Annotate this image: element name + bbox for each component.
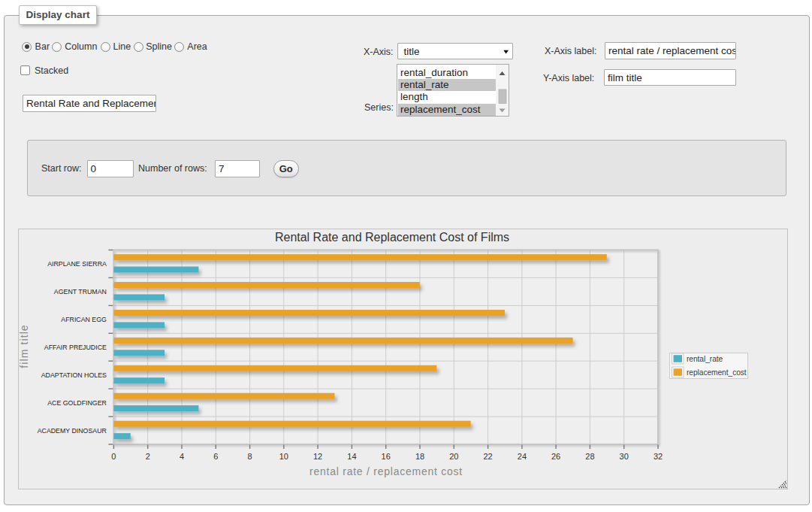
svg-text:AFRICAN EGG: AFRICAN EGG xyxy=(61,316,107,323)
svg-text:12: 12 xyxy=(313,452,322,461)
svg-text:6: 6 xyxy=(213,452,218,461)
svg-text:0: 0 xyxy=(111,452,116,461)
svg-text:replacement_cost: replacement_cost xyxy=(687,368,747,377)
svg-text:16: 16 xyxy=(382,452,391,461)
svg-text:10: 10 xyxy=(279,452,288,461)
svg-text:film title: film title xyxy=(19,324,30,368)
svg-text:ACE GOLDFINGER: ACE GOLDFINGER xyxy=(47,399,107,407)
svg-text:AGENT TRUMAN: AGENT TRUMAN xyxy=(54,288,107,295)
svg-text:8: 8 xyxy=(248,452,252,461)
svg-text:14: 14 xyxy=(347,452,356,461)
svg-text:Rental Rate and Replacement Co: Rental Rate and Replacement Cost of Film… xyxy=(275,231,509,244)
svg-text:18: 18 xyxy=(415,452,424,461)
svg-text:22: 22 xyxy=(483,452,492,461)
svg-text:20: 20 xyxy=(449,452,458,461)
svg-text:rental rate / replacement cost: rental rate / replacement cost xyxy=(309,465,463,477)
svg-text:4: 4 xyxy=(180,452,184,461)
svg-text:ACADEMY DINOSAUR: ACADEMY DINOSAUR xyxy=(38,427,107,435)
svg-text:rental_rate: rental_rate xyxy=(687,355,723,363)
svg-text:24: 24 xyxy=(518,452,527,461)
svg-text:32: 32 xyxy=(654,452,663,461)
svg-text:30: 30 xyxy=(620,452,629,461)
svg-text:ADAPTATION HOLES: ADAPTATION HOLES xyxy=(41,371,107,379)
svg-text:AIRPLANE SIERRA: AIRPLANE SIERRA xyxy=(47,260,107,268)
svg-text:28: 28 xyxy=(585,452,594,461)
svg-text:AFFAIR PREJUDICE: AFFAIR PREJUDICE xyxy=(44,344,107,351)
svg-text:2: 2 xyxy=(146,452,150,461)
svg-text:26: 26 xyxy=(551,452,560,461)
